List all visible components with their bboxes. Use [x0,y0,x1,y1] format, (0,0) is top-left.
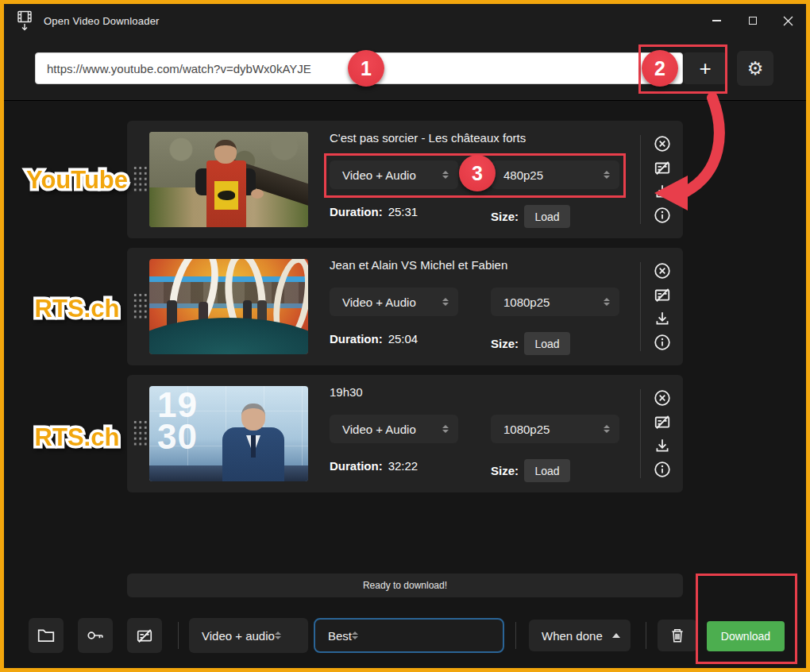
global-quality-select[interactable]: Best [314,618,504,653]
video-title: Jean et Alain VS Michel et Fabien [330,258,507,272]
drag-handle-icon[interactable] [133,292,148,319]
load-size-button[interactable]: Load [524,205,570,228]
info-icon [654,334,671,351]
download-item-button[interactable] [650,434,674,458]
format-select[interactable]: Video + Audio [330,160,458,189]
format-select-value: Video + Audio [342,168,442,182]
load-size-button[interactable]: Load [524,332,570,355]
info-icon [654,461,671,478]
card-actions [646,132,679,227]
drag-handle-icon[interactable] [133,419,148,446]
download-icon [654,437,671,454]
download-all-button[interactable]: Download [707,621,785,651]
subtitles-toggle-button[interactable] [650,410,674,434]
global-quality-value: Best [328,629,352,643]
toolbar-divider [515,622,516,649]
toolbar-divider [178,622,179,649]
select-arrows-icon [442,171,449,179]
info-button[interactable] [650,203,674,227]
duration-value: 25:31 [388,205,418,218]
card-actions [646,259,679,354]
format-select-value: Video + Audio [342,295,442,309]
quality-select[interactable]: 1080p25 [491,288,619,316]
global-subtitles-button[interactable] [127,618,162,653]
duration-label: Duration: [330,332,383,346]
download-item-button[interactable] [650,180,674,203]
authentication-button[interactable] [78,618,113,653]
select-arrows-icon [275,631,281,639]
when-done-label: When done [542,629,603,643]
drag-handle-icon[interactable] [133,165,148,192]
key-icon [86,627,105,644]
when-done-menu[interactable]: When done [529,620,631,651]
remove-item-button[interactable] [650,132,674,156]
format-select[interactable]: Video + Audio [330,288,458,316]
subtitles-off-icon [136,627,153,644]
select-arrows-icon [352,631,358,639]
thumb-art [149,318,308,354]
url-input[interactable] [35,52,683,84]
info-button[interactable] [650,458,674,481]
settings-button[interactable]: ⚙ [737,51,773,86]
thumb-logo-line: 30 [157,421,198,453]
duration-value: 32:22 [388,459,418,473]
x-circle-icon [654,135,671,153]
select-arrows-icon [442,425,449,433]
app-window: Open Video Downloader + ⚙ [4,4,806,668]
duration-row: Duration: 25:31 [330,205,418,218]
quality-select-value: 480p25 [503,168,604,182]
thumb-art [251,435,256,458]
duration-label: Duration: [330,459,383,473]
select-arrows-icon [442,298,449,306]
size-row: Size: Load [491,205,570,228]
download-icon [654,310,671,327]
remove-item-button[interactable] [650,386,674,410]
queue-item-youtube: C'est pas sorcier - Les châteaux forts V… [127,121,683,238]
duration-row: Duration: 32:22 [330,459,418,473]
download-item-button[interactable] [650,307,674,330]
card-actions [646,386,679,481]
format-select[interactable]: Video + Audio [330,415,458,443]
open-folder-button[interactable] [29,618,64,653]
minimize-icon [712,20,721,21]
quality-select-value: 1080p25 [503,295,604,309]
format-select-value: Video + Audio [342,423,442,436]
duration-row: Duration: 25:04 [330,332,418,346]
thumb-logo-line: 19 [157,389,198,421]
subtitles-off-icon [654,159,671,176]
clear-queue-button[interactable] [658,620,697,651]
global-format-select[interactable]: Video + audio [189,618,308,653]
load-size-button[interactable]: Load [524,459,570,482]
thumb-art [218,191,235,200]
window-title: Open Video Downloader [44,15,160,27]
video-thumbnail: 19 30 [149,386,308,481]
info-button[interactable] [650,330,674,354]
title-bar: Open Video Downloader [4,4,806,37]
size-row: Size: Load [491,332,570,355]
duration-value: 25:04 [388,332,418,346]
queue-item-rts-1: Jean et Alain VS Michel et Fabien Video … [127,248,683,365]
quality-select[interactable]: 1080p25 [491,415,619,443]
remove-item-button[interactable] [650,259,674,283]
video-title: C'est pas sorcier - Les châteaux forts [330,131,526,145]
maximize-button[interactable] [735,4,770,37]
trash-icon [669,627,686,644]
add-url-button[interactable]: + [684,52,727,84]
minimize-button[interactable] [699,4,735,37]
thumb-art [251,189,264,199]
global-format-value: Video + audio [202,629,275,643]
subtitles-toggle-button[interactable] [650,156,674,180]
subtitles-off-icon [654,286,671,303]
tutorial-orange-frame: Open Video Downloader + ⚙ [0,0,810,672]
close-button[interactable] [770,4,806,37]
caret-up-icon [612,633,620,638]
size-label: Size: [491,210,519,223]
x-circle-icon [654,262,671,280]
thumb-show-logo: 19 30 [157,389,198,454]
quality-select[interactable]: 480p25 [491,160,619,189]
folder-icon [37,627,56,644]
select-arrows-icon [604,425,610,433]
size-label: Size: [491,464,519,477]
quality-select-value: 1080p25 [503,423,604,436]
subtitles-toggle-button[interactable] [650,283,674,307]
